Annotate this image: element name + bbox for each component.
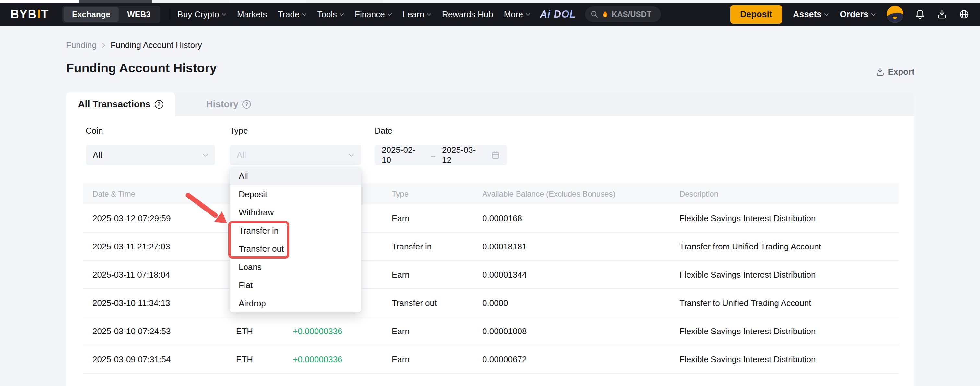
type-option-fiat[interactable]: Fiat [230, 276, 361, 294]
tab-all-transactions[interactable]: All Transactions ? [66, 93, 175, 116]
cell-datetime: 2025-03-11 07:18:04 [92, 270, 170, 280]
cell-balance: 0.00000672 [482, 354, 527, 364]
download-app-icon[interactable] [937, 9, 948, 20]
table-row: 2025-03-12 07:29:59Earn0.0000168Flexible… [83, 204, 899, 233]
chevron-down-icon [348, 153, 354, 157]
top-right-actions: Deposit Assets Orders [730, 5, 970, 24]
cell-datetime: 2025-03-10 07:24:53 [92, 326, 170, 336]
assets-menu[interactable]: Assets [793, 10, 829, 19]
type-option-all[interactable]: All [230, 167, 361, 185]
cell-datetime: 2025-03-09 07:31:54 [92, 354, 170, 364]
coin-select[interactable]: All [86, 145, 215, 165]
cell-description: Flexible Savings Interest Distribution [679, 354, 816, 364]
cell-description: Flexible Savings Interest Distribution [679, 326, 816, 336]
date-range-arrow: → [429, 150, 437, 160]
notifications-bell-icon[interactable] [915, 9, 926, 20]
date-range-picker[interactable]: 2025-02-10 → 2025-03-12 [375, 145, 507, 165]
date-to-value: 2025-03-12 [442, 145, 484, 165]
cell-type: Earn [392, 354, 410, 364]
divider [169, 10, 169, 19]
type-option-loans[interactable]: Loans [230, 258, 361, 276]
cell-description: Flexible Savings Interest Distribution [679, 213, 816, 223]
nav-more[interactable]: More [504, 10, 530, 19]
chevron-right-icon [102, 43, 105, 48]
nav-buy-crypto[interactable]: Buy Crypto [177, 10, 226, 19]
cell-datetime: 2025-03-12 07:29:59 [92, 213, 170, 223]
type-option-transfer-in[interactable]: Transfer in [230, 222, 361, 240]
calendar-icon [491, 151, 500, 159]
table-row: 2025-03-10 07:24:53ETH+0.00000336Earn0.0… [83, 317, 899, 345]
tab-history[interactable]: History ? [175, 93, 282, 116]
language-globe-icon[interactable] [959, 9, 970, 20]
deposit-button[interactable]: Deposit [730, 5, 782, 24]
table-row: 2025-03-09 07:31:54ETH+0.00000336Earn0.0… [83, 345, 899, 374]
cell-type: Earn [392, 213, 410, 223]
cell-coin: ETH [236, 354, 253, 364]
nav-finance[interactable]: Finance [355, 10, 392, 19]
search-icon [590, 10, 599, 19]
nav-rewards-hub[interactable]: Rewards Hub [442, 10, 493, 19]
cell-balance: 0.00001008 [482, 326, 527, 336]
type-option-deposit[interactable]: Deposit [230, 185, 361, 203]
orders-menu[interactable]: Orders [840, 10, 876, 19]
type-dropdown-menu: AllDepositWithdrawTransfer inTransfer ou… [230, 167, 361, 313]
table-header-row: Date & TimeTypeAvailable Balance (Exclud… [83, 183, 899, 204]
cell-balance: 0.00001344 [482, 270, 527, 280]
export-button[interactable]: Export [876, 67, 915, 77]
nav-learn[interactable]: Learn [403, 10, 432, 19]
export-label: Export [888, 67, 915, 77]
type-filter-label: Type [230, 126, 248, 136]
cell-type: Earn [392, 270, 410, 280]
type-option-airdrop[interactable]: Airdrop [230, 294, 361, 313]
breadcrumb-funding[interactable]: Funding [66, 40, 97, 50]
coin-filter-label: Coin [86, 126, 103, 136]
cell-amount: +0.00000336 [293, 326, 342, 336]
nav-tools[interactable]: Tools [317, 10, 344, 19]
cell-balance: 0.00018181 [482, 241, 527, 251]
type-select[interactable]: All [230, 145, 361, 165]
nav-markets[interactable]: Markets [237, 10, 267, 19]
page-title: Funding Account History [66, 61, 216, 75]
aidol-logo[interactable]: Ai DOL [540, 8, 576, 20]
help-icon[interactable]: ? [155, 100, 164, 108]
cell-type: Transfer out [392, 298, 437, 308]
chevron-down-icon [427, 13, 431, 16]
nav-trade[interactable]: Trade [278, 10, 307, 19]
chevron-down-icon [526, 13, 530, 16]
chevron-down-icon [222, 13, 226, 16]
cell-datetime: 2025-03-11 21:27:03 [92, 241, 170, 251]
toggle-web3[interactable]: WEB3 [119, 7, 159, 22]
help-icon[interactable]: ? [242, 100, 251, 108]
cell-description: Flexible Savings Interest Distribution [679, 270, 816, 280]
cell-coin: ETH [236, 326, 253, 336]
search-box[interactable]: KAS/USDT [585, 6, 661, 22]
flame-icon [602, 10, 608, 18]
column-header-description: Description [679, 190, 718, 198]
type-option-transfer-out[interactable]: Transfer out [230, 240, 361, 258]
top-navigation-bar: BYBIT Exchange WEB3 Buy Crypto Markets T… [0, 3, 980, 26]
cell-datetime: 2025-03-10 11:34:13 [92, 298, 170, 308]
cell-type: Transfer in [392, 241, 432, 251]
chevron-down-icon [824, 13, 829, 16]
type-option-withdraw[interactable]: Withdraw [230, 203, 361, 222]
cell-balance: 0.0000168 [482, 213, 522, 223]
chevron-down-icon [871, 13, 876, 16]
logo-text: BYB [10, 8, 37, 21]
type-select-value: All [237, 150, 246, 160]
chevron-down-icon [202, 153, 208, 157]
search-placeholder-pair: KAS/USDT [612, 10, 652, 19]
cell-amount: +0.00000336 [293, 354, 342, 364]
chevron-down-icon [302, 13, 307, 16]
coin-select-value: All [93, 150, 102, 160]
browser-chrome-strip [0, 0, 980, 3]
chevron-down-icon [339, 13, 344, 16]
logo-text-end: T [41, 8, 49, 21]
table-row: 2025-03-11 07:18:04Earn0.00001344Flexibl… [83, 261, 899, 289]
breadcrumb-current: Funding Account History [111, 40, 202, 50]
cell-description: Transfer to Unified Trading Account [679, 298, 811, 308]
chevron-down-icon [388, 13, 392, 16]
column-header-type: Type [392, 190, 409, 198]
user-avatar[interactable] [887, 6, 904, 23]
toggle-exchange[interactable]: Exchange [64, 7, 119, 22]
bybit-logo[interactable]: BYBIT [10, 8, 49, 21]
